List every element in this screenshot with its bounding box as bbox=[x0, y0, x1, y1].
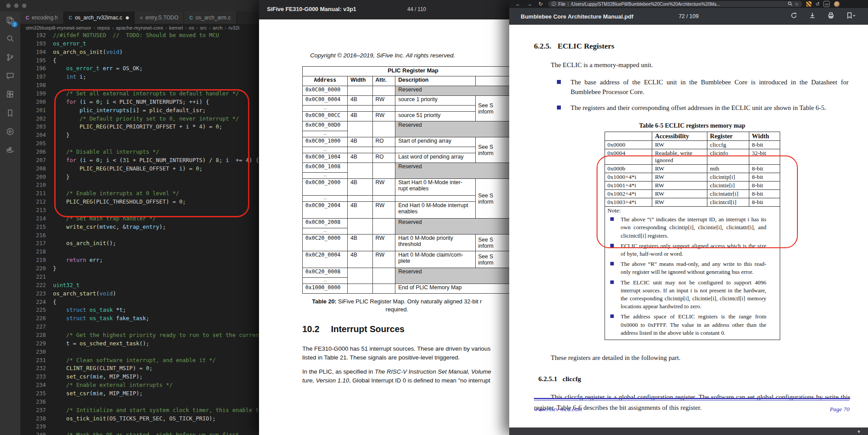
code-line: 216 bbox=[20, 232, 282, 240]
plic-cell: RO bbox=[372, 153, 395, 163]
plic-cell: Start Hart 0 M-Mode inter- rupt enables bbox=[395, 179, 475, 196]
close-button[interactable] bbox=[6, 4, 11, 8]
plic-cell bbox=[395, 196, 475, 202]
debug-icon[interactable] bbox=[5, 126, 15, 137]
code-line: 194os_arch_os_init(void) bbox=[20, 49, 282, 57]
code-line: 206 /* Disable all interrupts */ bbox=[20, 148, 282, 157]
modified-dot-icon bbox=[126, 16, 129, 19]
address-bar[interactable]: ⓘ File | /Users/Luppy/STM32BluePill/Bumb… bbox=[548, 1, 802, 7]
plic-cell: ... bbox=[303, 173, 348, 179]
plic-cell bbox=[372, 147, 395, 153]
breadcrumb-segment[interactable]: os bbox=[189, 25, 194, 30]
code-line: 231 /* Clean software interrupt, and ena… bbox=[20, 357, 282, 365]
bullet-square-icon bbox=[557, 80, 561, 84]
tab-os_arch_arm.c[interactable]: Cos_arch_arm.c bbox=[184, 11, 236, 24]
comments-icon[interactable] bbox=[5, 71, 15, 81]
explorer-icon[interactable]: 2 bbox=[5, 15, 15, 26]
info-icon[interactable]: ⓘ bbox=[552, 1, 556, 7]
eclic-table-block: Table 6-5 ECLIC registers memory map Acc… bbox=[605, 122, 780, 340]
code-line: 232 CLINT_REG(CLINT_MSIP) = 0; bbox=[20, 365, 282, 373]
plic-cell: 4B bbox=[348, 235, 372, 251]
download-icon[interactable] bbox=[809, 12, 816, 21]
breadcrumb-segment[interactable]: src bbox=[200, 25, 207, 30]
profile-avatar[interactable] bbox=[834, 1, 840, 7]
plic-cell bbox=[348, 163, 372, 179]
breadcrumb-segment[interactable]: repos bbox=[97, 25, 110, 30]
eclic-cell: RW bbox=[652, 182, 707, 190]
session-box-icon[interactable]: oo bbox=[823, 1, 830, 7]
file-type-icon: C bbox=[69, 15, 72, 20]
tab-entry.S.TODO[interactable]: ≡entry.S.TODO bbox=[135, 11, 184, 24]
search-icon[interactable] bbox=[5, 34, 15, 44]
breadcrumb-segment[interactable]: rv32i bbox=[229, 25, 240, 30]
eclic-cell: 32-bit bbox=[749, 149, 780, 165]
breadcrumb-segment[interactable]: arch bbox=[213, 25, 222, 30]
eclic-cell: 8-bit bbox=[749, 141, 780, 149]
minimize-button[interactable] bbox=[14, 4, 19, 8]
history-icon[interactable]: ↺ bbox=[815, 1, 819, 7]
tab-os_arch_rv32imac.c[interactable]: Cos_arch_rv32imac.c bbox=[64, 11, 135, 24]
tab-label: entry.S.TODO bbox=[145, 15, 178, 21]
source-control-icon[interactable] bbox=[5, 52, 15, 63]
eclic-cell: RW bbox=[652, 173, 707, 182]
plic-cell: 0x1000_0000 bbox=[303, 284, 348, 294]
breadcrumb-segment[interactable]: kernel bbox=[169, 25, 183, 30]
print-icon[interactable] bbox=[827, 12, 834, 21]
footer-page-number: Page 70 bbox=[830, 406, 849, 413]
footer-site-link[interactable]: www.riscv-mcu.com bbox=[534, 406, 582, 413]
code-line: 212 PLIC_REG(PLIC_THRESHOLD_OFFSET) = 0; bbox=[20, 198, 282, 207]
breadcrumb-separator: › bbox=[185, 26, 186, 30]
zoom-icon[interactable] bbox=[788, 1, 793, 7]
bookmark-star-icon[interactable]: ☆ bbox=[795, 2, 799, 7]
code-line: 193os_error_t bbox=[20, 40, 282, 49]
eclic-cell: 0x1001+4*i bbox=[605, 182, 652, 190]
extensions-icon[interactable] bbox=[5, 89, 15, 100]
sifive-titlebar[interactable]: SiFive FE310-G000 Manual: v3p1 44 / 110 bbox=[259, 0, 524, 20]
bumblebee-page: 6.2.5.ECLIC Registers The ECLIC is a mem… bbox=[509, 25, 868, 435]
bookmarks-icon[interactable] bbox=[5, 108, 15, 118]
activity-bar: 2 bbox=[0, 11, 20, 435]
sifive-page: Copyright © 2016–2019, SiFive Inc. All r… bbox=[259, 19, 524, 435]
code-line: 213 bbox=[20, 207, 282, 215]
code-line: 208 PLIC_REG(PLIC_ENABLE_OFFSET + i) = 0… bbox=[20, 165, 282, 174]
back-icon[interactable]: ← bbox=[515, 0, 521, 8]
maximize-button[interactable] bbox=[22, 4, 26, 8]
plic-cell bbox=[348, 147, 372, 153]
eclic-cell: 8-bit bbox=[749, 165, 780, 173]
breadcrumb[interactable]: stm32bluepill-mynewt-sensor›repos›apache… bbox=[20, 24, 282, 32]
chevron-down-icon[interactable]: ▾ bbox=[857, 429, 860, 434]
breadcrumb-separator: › bbox=[94, 26, 95, 30]
extension-icon[interactable] bbox=[806, 1, 812, 7]
footer-rule bbox=[534, 398, 849, 401]
plic-cell: 0x0C00_1008 bbox=[303, 163, 348, 173]
eclic-column-header bbox=[605, 132, 652, 141]
eclic-cell: Readable, write ignored bbox=[652, 149, 707, 165]
rotate-icon[interactable] bbox=[790, 12, 797, 21]
docker-icon[interactable] bbox=[5, 145, 15, 155]
eclic-cell: 0x1003+4*i bbox=[605, 198, 652, 207]
reload-icon[interactable]: ↻ bbox=[538, 0, 543, 8]
forward-icon[interactable]: → bbox=[527, 0, 532, 8]
plic-cell bbox=[348, 284, 372, 294]
eclic-cell: 0x0004 bbox=[605, 149, 652, 165]
breadcrumb-segment[interactable]: stm32bluepill-mynewt-sensor bbox=[26, 25, 91, 30]
subsection-heading: 6.2.5.1cliccfg bbox=[538, 375, 850, 383]
code-editor[interactable]: 192//#ifdef NOTUSED // TODO: Should be m… bbox=[20, 32, 282, 435]
plic-cell bbox=[348, 121, 372, 137]
code-line: 215 write_csr(mtvec, &trap_entry); bbox=[20, 223, 282, 232]
plic-column-header: Attr. bbox=[372, 76, 395, 86]
code-line: 202 /* Default priority set to 0, never … bbox=[20, 115, 282, 124]
code-line: 200 for (i = 0; i < PLIC_NUM_INTERRUPTS;… bbox=[20, 98, 282, 107]
plic-cell: 4B bbox=[348, 137, 372, 147]
code-line: 201 plic_interrupts[i] = plic_default_is… bbox=[20, 107, 282, 115]
paragraph: The FE310-G000 has 51 interrupt sources.… bbox=[302, 344, 532, 362]
tab-encoding.h[interactable]: Cencoding.h bbox=[20, 11, 64, 24]
plic-cell bbox=[348, 219, 372, 235]
file-type-icon: C bbox=[26, 15, 29, 20]
eclic-cell: 0x1002+4*i bbox=[605, 190, 652, 198]
bookmark-flag-icon[interactable] bbox=[846, 12, 856, 21]
breadcrumb-segment[interactable]: apache-mynewt-core bbox=[116, 25, 163, 30]
bullet-square-icon bbox=[610, 244, 614, 247]
eclic-register-table: AccessibilityRegisterWidth0x0000RWcliccf… bbox=[605, 132, 780, 340]
eclic-cell: clicintip[i] bbox=[707, 173, 749, 182]
